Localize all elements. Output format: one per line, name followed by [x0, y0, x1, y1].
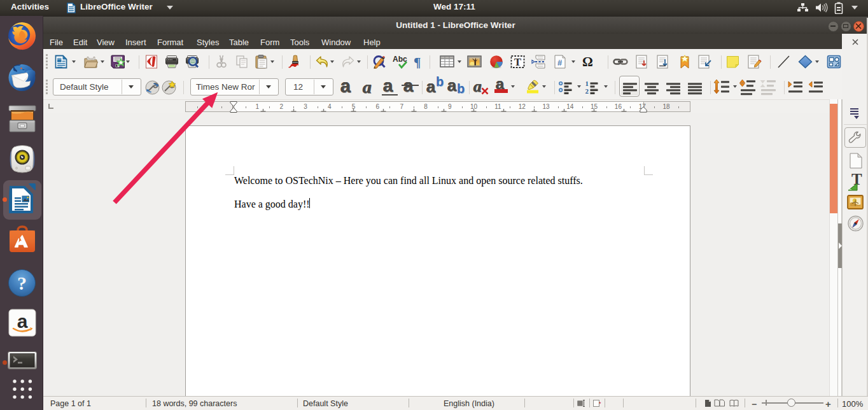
svg-text:T: T — [514, 56, 522, 68]
svg-text:2: 2 — [585, 87, 589, 95]
svg-text:#: # — [557, 58, 563, 67]
svg-text:a: a — [17, 311, 28, 332]
svg-text:1: 1 — [585, 80, 589, 87]
svg-text:*: * — [599, 400, 601, 407]
svg-text:?: ? — [17, 272, 27, 293]
